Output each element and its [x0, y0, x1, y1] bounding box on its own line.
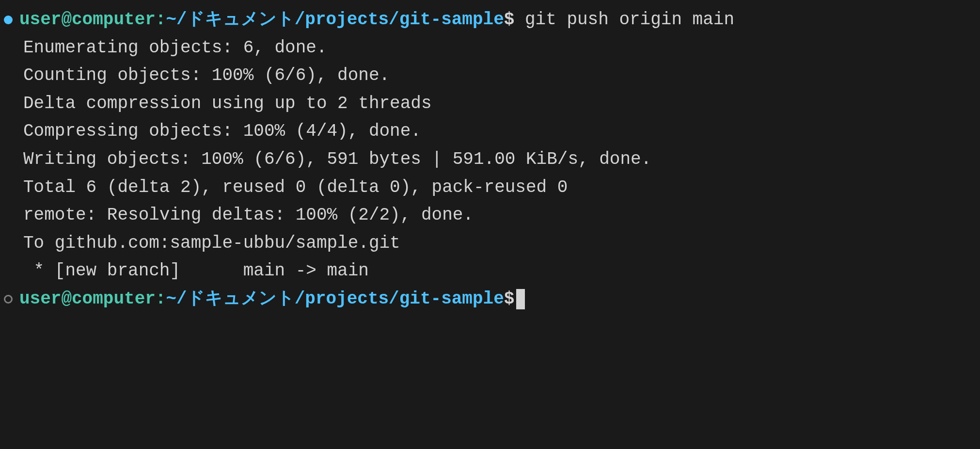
git-output: Writing objects: 100% (6/6), 591 bytes |…: [23, 145, 651, 174]
output-line: Writing objects: 100% (6/6), 591 bytes |…: [4, 145, 976, 174]
prompt-line-2[interactable]: user@computer : ~/ドキュメント/projects/git-sa…: [4, 285, 976, 313]
git-output: To github.com:sample-ubbu/sample.git: [23, 229, 400, 257]
git-output: remote: Resolving deltas: 100% (2/2), do…: [23, 201, 474, 229]
output-line: Counting objects: 100% (6/6), done.: [4, 62, 976, 90]
git-output: Counting objects: 100% (6/6), done.: [23, 62, 390, 90]
git-output: Total 6 (delta 2), reused 0 (delta 0), p…: [23, 174, 568, 202]
output-line: Enumerating objects: 6, done.: [4, 34, 976, 62]
user-host: user@computer: [19, 6, 156, 34]
output-line: Total 6 (delta 2), reused 0 (delta 0), p…: [4, 174, 976, 202]
status-bullet-filled-icon: [4, 16, 13, 24]
output-line: Delta compression using up to 2 threads: [4, 90, 976, 118]
output-line: To github.com:sample-ubbu/sample.git: [4, 229, 976, 257]
output-line: remote: Resolving deltas: 100% (2/2), do…: [4, 201, 976, 229]
user-host: user@computer: [19, 285, 156, 313]
git-output: Enumerating objects: 6, done.: [23, 34, 327, 62]
git-output: * [new branch] main -> main: [23, 257, 369, 285]
working-directory: ~/ドキュメント/projects/git-sample: [166, 285, 504, 313]
prompt-symbol: $: [504, 285, 515, 313]
git-output: Compressing objects: 100% (4/4), done.: [23, 117, 421, 145]
colon: :: [156, 6, 166, 34]
output-line: * [new branch] main -> main: [4, 257, 976, 285]
git-output: Delta compression using up to 2 threads: [23, 90, 432, 118]
colon: :: [156, 285, 166, 313]
prompt-symbol: $: [504, 6, 515, 34]
cursor-icon: [516, 289, 525, 309]
working-directory: ~/ドキュメント/projects/git-sample: [166, 6, 504, 34]
output-line: Compressing objects: 100% (4/4), done.: [4, 117, 976, 145]
status-bullet-open-icon: [4, 295, 13, 304]
prompt-line-1[interactable]: user@computer : ~/ドキュメント/projects/git-sa…: [4, 6, 976, 34]
command-text: git push origin main: [514, 6, 734, 34]
